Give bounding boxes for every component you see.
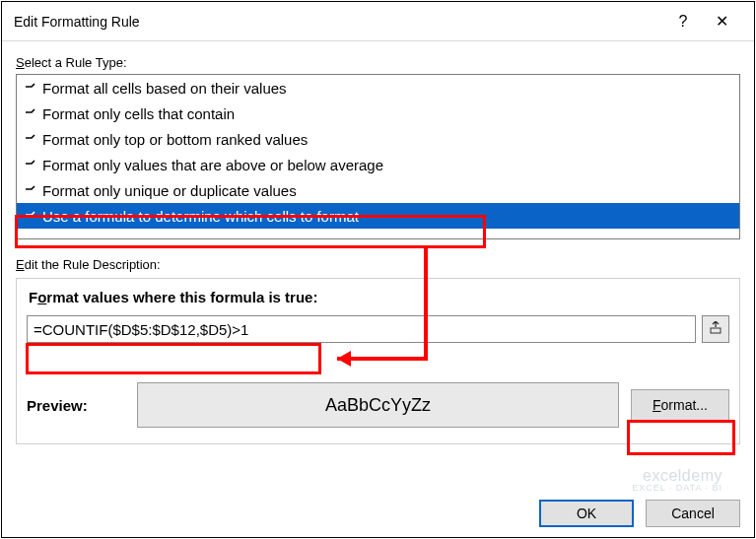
- edit-formatting-rule-dialog: Edit Formatting Rule ? ✕ Select a Rule T…: [1, 1, 755, 538]
- formula-input[interactable]: =COUNTIF($D$5:$D$12,$D5)>1: [27, 315, 696, 343]
- rule-type-item[interactable]: Format only top or bottom ranked values: [17, 126, 739, 152]
- format-button[interactable]: Format...: [631, 389, 729, 421]
- dialog-content: Select a Rule Type: Format all cells bas…: [2, 41, 754, 444]
- preview-label: Preview:: [27, 397, 125, 414]
- rule-type-label: Select a Rule Type:: [16, 55, 740, 70]
- help-button[interactable]: ?: [665, 13, 701, 31]
- ok-button[interactable]: OK: [539, 500, 634, 527]
- bullet-icon: [25, 83, 36, 93]
- svg-rect-0: [711, 328, 721, 333]
- preview-sample: AaBbCcYyZz: [137, 382, 619, 428]
- close-button[interactable]: ✕: [701, 12, 742, 31]
- watermark: exceldemy EXCEL · DATA · BI: [632, 467, 722, 494]
- bullet-icon: [25, 108, 36, 118]
- rule-type-item[interactable]: Format all cells based on their values: [17, 75, 739, 101]
- rule-type-item[interactable]: Format only values that are above or bel…: [17, 152, 739, 177]
- rule-type-list[interactable]: Format all cells based on their values F…: [16, 74, 740, 239]
- rule-type-text: Format only cells that contain: [42, 105, 235, 122]
- bullet-icon: [25, 160, 36, 169]
- range-selector-icon: [709, 321, 722, 338]
- bullet-icon: [25, 134, 36, 144]
- bullet-icon: [25, 211, 36, 221]
- preview-row: Preview: AaBbCcYyZz Format...: [27, 382, 729, 428]
- rule-type-item[interactable]: Format only cells that contain: [17, 101, 739, 126]
- rule-description-box: Format values where this formula is true…: [16, 278, 740, 444]
- dialog-buttons: OK Cancel: [539, 500, 740, 527]
- rule-type-text: Format only unique or duplicate values: [42, 182, 297, 199]
- rule-type-text: Use a formula to determine which cells t…: [42, 208, 359, 225]
- dialog-title: Edit Formatting Rule: [14, 14, 665, 30]
- formula-row: =COUNTIF($D$5:$D$12,$D5)>1: [27, 315, 729, 343]
- formula-value: =COUNTIF($D$5:$D$12,$D5)>1: [34, 321, 248, 338]
- rule-type-item[interactable]: Format only unique or duplicate values: [17, 177, 739, 203]
- rule-type-item-selected[interactable]: Use a formula to determine which cells t…: [17, 203, 739, 229]
- rule-type-text: Format all cells based on their values: [42, 80, 287, 97]
- bullet-icon: [25, 185, 36, 195]
- formula-label: Format values where this formula is true…: [29, 289, 729, 305]
- rule-type-text: Format only top or bottom ranked values: [42, 131, 308, 148]
- cancel-button[interactable]: Cancel: [646, 500, 740, 527]
- titlebar: Edit Formatting Rule ? ✕: [2, 2, 754, 41]
- rule-description-label: Edit the Rule Description:: [16, 257, 740, 272]
- collapse-dialog-button[interactable]: [702, 315, 729, 343]
- rule-type-text: Format only values that are above or bel…: [42, 157, 383, 173]
